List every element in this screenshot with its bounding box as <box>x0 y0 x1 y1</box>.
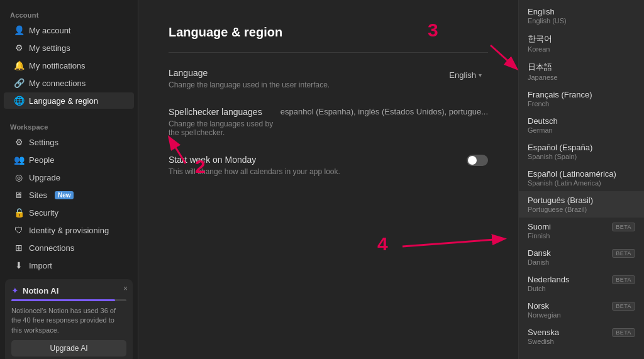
language-option-sub: Korean <box>528 45 635 53</box>
language-option-row: Suomi BETA <box>528 222 635 231</box>
spellchecker-setting-right: espanhol (Espanha), inglés (Estados Unid… <box>280 107 488 116</box>
sidebar-item-label: Identity & provisioning <box>29 226 109 235</box>
sidebar-item-people[interactable]: 👥 People <box>4 152 134 168</box>
beta-badge: BETA <box>612 223 635 231</box>
language-setting-row: Language Change the language used in the… <box>169 68 488 89</box>
language-current-value: English <box>449 70 476 80</box>
language-option-name: Español (España) <box>528 143 635 152</box>
language-option-name: Nederlands <box>528 275 570 284</box>
monitor-icon: 🖥 <box>14 190 24 200</box>
sidebar-item-security[interactable]: 🔒 Security <box>4 204 134 221</box>
sidebar-item-label: My notifications <box>29 61 86 70</box>
language-option-sub: Japanese <box>528 74 635 81</box>
language-option-name: English <box>528 7 555 16</box>
gear-icon: ⚙ <box>14 43 24 53</box>
language-option-sub: Dutch <box>528 285 635 292</box>
language-option-german[interactable]: Deutsch German <box>519 112 644 138</box>
language-setting-left: Language Change the language used in the… <box>169 68 443 89</box>
sidebar-item-my-notifications[interactable]: 🔔 My notifications <box>4 57 134 74</box>
language-option-spanish-spain[interactable]: Español (España) Spanish (Spain) <box>519 138 644 165</box>
workspace-section-title: Workspace <box>0 119 138 133</box>
start-week-setting-right <box>467 155 488 166</box>
language-option-name: Norsk <box>528 301 549 311</box>
language-dropdown-button[interactable]: English ▾ <box>443 68 488 82</box>
language-option-row: Nederlands BETA <box>528 275 635 284</box>
beta-badge: BETA <box>612 249 635 258</box>
language-option-spanish-latam[interactable]: Español (Latinoamérica) Spanish (Latin A… <box>519 165 644 191</box>
sidebar: Account 👤 My account ⚙ My settings 🔔 My … <box>0 0 138 359</box>
start-week-label: Start week on Monday <box>169 155 467 165</box>
upgrade-ai-button[interactable]: Upgrade AI <box>11 340 126 356</box>
language-option-name: Español (Latinoamérica) <box>528 169 635 179</box>
sidebar-item-upgrade[interactable]: ◎ Upgrade <box>4 169 134 185</box>
language-option-sub: Finnish <box>528 232 635 240</box>
start-week-setting-left: Start week on Monday This will change ho… <box>169 155 467 176</box>
language-option-sub: French <box>528 100 635 108</box>
language-option-name: Français (France) <box>528 90 635 99</box>
sidebar-item-sites[interactable]: 🖥 Sites New <box>4 187 134 203</box>
language-option-sub: English (US) <box>528 17 635 25</box>
sidebar-item-identity-provisioning[interactable]: 🛡 Identity & provisioning <box>4 222 134 238</box>
sidebar-item-label: Sites <box>29 191 47 200</box>
sidebar-item-label: Import <box>29 261 52 270</box>
language-option-swedish[interactable]: Svenska BETA Swedish <box>519 323 644 350</box>
language-option-sub: Danish <box>528 258 635 266</box>
language-option-english[interactable]: English English (US) <box>519 3 644 29</box>
sidebar-item-label: Security <box>29 208 58 218</box>
language-option-french[interactable]: Français (France) French <box>519 86 644 112</box>
language-setting-right: English ▾ <box>443 68 488 82</box>
chevron-down-icon: ▾ <box>479 72 482 79</box>
globe-icon: 🌐 <box>14 96 24 106</box>
sidebar-item-label: Language & region <box>29 96 98 106</box>
start-week-description: This will change how all calendars in yo… <box>169 167 467 176</box>
sidebar-item-connections[interactable]: ⊞ Connections <box>4 240 134 256</box>
spellchecker-value: espanhol (Espanha), inglés (Estados Unid… <box>280 107 488 116</box>
spellchecker-setting-row: Spellchecker languages Change the langua… <box>169 107 488 137</box>
language-option-name: 日本語 <box>528 62 635 73</box>
language-option-sub: Norwegian <box>528 311 635 319</box>
upgrade-icon: ◎ <box>14 172 24 182</box>
sidebar-item-language-region[interactable]: 🌐 Language & region <box>4 92 134 109</box>
people-icon: 👥 <box>14 155 24 165</box>
close-button[interactable]: × <box>123 284 128 293</box>
notion-ai-description: Notiioncel's Notion has used 36 of the 4… <box>11 306 126 335</box>
language-option-danish[interactable]: Dansk BETA Danish <box>519 244 644 270</box>
sidebar-item-label: My connections <box>29 79 86 88</box>
language-option-japanese[interactable]: 日本語 Japanese <box>519 57 644 86</box>
section-divider <box>169 52 488 53</box>
sidebar-item-label: People <box>29 155 54 165</box>
language-option-norwegian[interactable]: Norsk BETA Norwegian <box>519 297 644 323</box>
sidebar-item-label: My account <box>29 26 70 35</box>
progress-bar-fill <box>11 299 115 301</box>
grid-icon: ⊞ <box>14 243 24 253</box>
ai-star-icon: ✦ <box>11 285 19 295</box>
sidebar-item-my-settings[interactable]: ⚙ My settings <box>4 40 134 56</box>
sidebar-item-import[interactable]: ⬇ Import <box>4 257 134 273</box>
lock-icon: 🔒 <box>14 207 24 218</box>
beta-badge: BETA <box>612 328 635 337</box>
start-week-toggle[interactable] <box>467 155 488 166</box>
language-option-korean[interactable]: 한국어 Korean <box>519 29 644 57</box>
sidebar-item-my-account[interactable]: 👤 My account <box>4 22 134 38</box>
language-option-portuguese-brazil[interactable]: Português (Brasil) Portuguese (Brazil) <box>519 191 644 218</box>
language-description: Change the language used in the user int… <box>169 80 443 89</box>
language-dropdown-panel: English English (US) 한국어 Korean 日本語 Japa… <box>518 0 644 359</box>
sidebar-item-settings[interactable]: ⚙ Settings <box>4 134 134 150</box>
language-option-name: 한국어 <box>528 33 635 45</box>
language-option-sub: German <box>528 126 635 134</box>
language-option-row: Norsk BETA <box>528 301 635 311</box>
language-option-finnish[interactable]: Suomi BETA Finnish <box>519 218 644 244</box>
language-option-row: Svenska BETA <box>528 328 635 337</box>
shield-icon: 🛡 <box>14 225 24 235</box>
progress-bar-background <box>11 299 126 301</box>
person-icon: 👤 <box>14 25 24 35</box>
language-option-row: English <box>528 7 635 16</box>
notion-ai-header: ✦ Notion AI <box>11 285 126 295</box>
spellchecker-setting-left: Spellchecker languages Change the langua… <box>169 107 280 137</box>
main-content: Language & region Language Change the la… <box>138 0 518 359</box>
notion-ai-title: Notion AI <box>23 286 58 295</box>
language-option-name: Dansk <box>528 248 551 258</box>
link-icon: 🔗 <box>14 78 24 88</box>
language-option-dutch[interactable]: Nederlands BETA Dutch <box>519 270 644 297</box>
sidebar-item-my-connections[interactable]: 🔗 My connections <box>4 75 134 91</box>
